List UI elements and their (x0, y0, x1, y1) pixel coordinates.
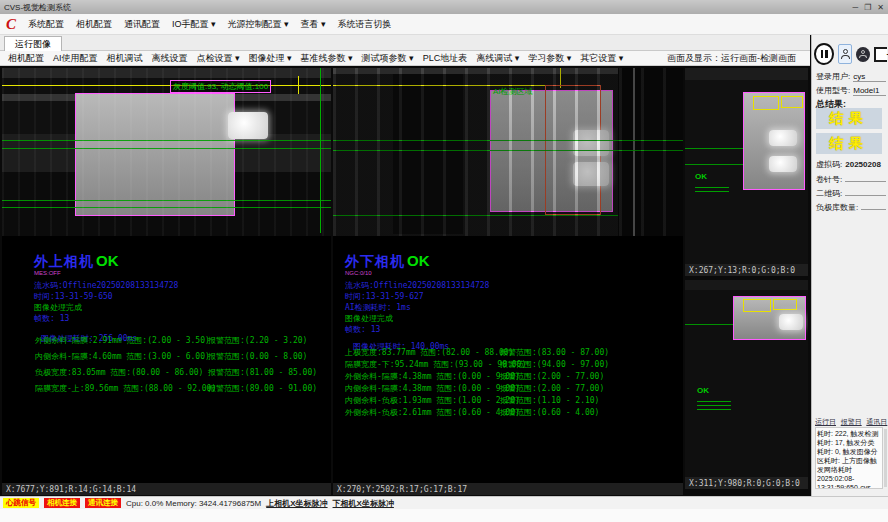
right-part-region (490, 90, 613, 212)
log-scrollbar[interactable] (884, 429, 887, 487)
comm-connection-badge: 通讯连接 (85, 498, 121, 508)
right-bright-blob (573, 162, 609, 186)
right-measure-row: 外侧余料-负极:2.61mm 范围:(0.60 - 4.00) (345, 407, 520, 418)
left-ok-badge: OK (96, 252, 119, 269)
small-camera-view-top[interactable]: OK (685, 68, 808, 264)
pause-button[interactable] (814, 43, 834, 65)
right-measure-row: 外侧余料-隔膜:4.38mm 范围:(0.00 - 9.00) (345, 371, 520, 382)
title-bar: CVS-视觉检测系统 ─ ❐ ✕ (0, 0, 888, 14)
left-measure-row: 内侧余料-隔膜:4.60mm 范围:(3.00 - 6.00) (35, 351, 210, 362)
right-alarm-range: 报警范围:(2.00 - 77.00) (500, 371, 604, 382)
qrcode-input[interactable] (845, 187, 886, 196)
left-alarm-range: 报警范围:(81.00 - 85.00) (208, 367, 317, 378)
left-camera-view[interactable]: 灰度阈值:93, 动态阈值:100 外上相机OK MES:OFF 流水码:Off… (2, 68, 331, 483)
right-alarm-range: 报警范围:(2.00 - 77.00) (500, 383, 604, 394)
left-process-done: 图像处理完成 (34, 302, 178, 313)
left-frame-count: 帧数: 13 (34, 313, 178, 324)
heartbeat-status-badge: 心跳信号 (3, 498, 39, 508)
toolbar: 相机配置 AI使用配置 相机调试 离线设置 点检设置 ▾ 图像处理 ▾ 基准线参… (0, 51, 810, 66)
virtual-code-label: 虚拟码: (816, 159, 842, 170)
operator-icon[interactable] (856, 47, 870, 62)
right-time: 时间:13-31-59-627 (345, 291, 489, 302)
app-window: CVS-视觉检测系统 ─ ❐ ✕ C 系统配置 相机配置 通讯配置 IO手配置 … (0, 0, 888, 522)
menu-io-config[interactable]: IO手配置 ▾ (172, 18, 216, 31)
left-time: 时间:13-31-59-650 (34, 291, 178, 302)
close-icon[interactable]: ✕ (877, 3, 884, 12)
left-threshold-annotation: 灰度阈值:93, 动态阈值:100 (170, 80, 271, 93)
log-textarea[interactable]: 耗时: 222, 触发检测耗时: 17, 触发分类耗时: 0, 触发图像分区耗时… (815, 427, 883, 489)
user-icon (843, 49, 848, 54)
tool-offline-debug[interactable]: 离线调试 ▾ (476, 52, 519, 65)
needle-label: 卷针号: (816, 174, 842, 185)
left-camera-image: 灰度阈值:93, 动态阈值:100 (2, 68, 331, 236)
left-barcode: 流水码:Offline20250208133134728 (34, 280, 178, 291)
small-bottom-coordinates: X:311;Y:980;R:0;G:0;B:0 (685, 477, 808, 489)
status-bar: 心跳信号 相机连接 通讯连接 Cpu: 0.0% Memory: 3424.41… (0, 496, 888, 509)
tool-plc-address[interactable]: PLC地址表 (423, 52, 468, 65)
menu-view[interactable]: 查看 ▾ (301, 18, 326, 31)
login-user-label: 登录用户: (816, 71, 850, 82)
app-logo-icon: C (6, 17, 16, 31)
small-camera-view-bottom[interactable]: OK (685, 280, 808, 477)
tool-offline-setting[interactable]: 离线设置 (152, 52, 188, 65)
tool-test-params[interactable]: 测试项参数 ▾ (362, 52, 414, 65)
result-box-2: 结果 (816, 133, 882, 154)
tool-image-process[interactable]: 图像处理 ▾ (249, 52, 292, 65)
right-ai-annotation: AI检测区域 (493, 86, 533, 97)
result-box-1: 结果 (816, 108, 882, 129)
tool-ai-config[interactable]: AI使用配置 (53, 52, 98, 65)
model-label: 使用型号: (816, 85, 850, 96)
virtual-code-value: 20250208 (845, 160, 881, 169)
user-login-button[interactable] (838, 44, 852, 64)
right-measure-row: 内侧余料-隔膜:4.38mm 范围:(0.00 - 9.00) (345, 383, 520, 394)
right-alarm-range: 报警范围:(1.10 - 2.10) (500, 395, 599, 406)
tool-baseline-params[interactable]: 基准线参数 ▾ (301, 52, 353, 65)
minimize-icon[interactable]: ─ (852, 3, 858, 12)
tool-camera-debug[interactable]: 相机调试 (107, 52, 143, 65)
tab-run-image[interactable]: 运行图像 (4, 36, 62, 51)
right-alarm-range: 报警范围:(83.00 - 87.00) (500, 347, 609, 358)
left-measure-row: 外侧余料-隔膜:2.91mm 范围:(2.00 - 3.50) (35, 335, 210, 346)
toolbar-display-mode[interactable]: 画面及显示：运行画面-检测画面 (667, 52, 796, 65)
right-barcode: 流水码:Offline20250208133134728 (345, 280, 489, 291)
menu-system-config[interactable]: 系统配置 (28, 18, 64, 31)
menu-language-switch[interactable]: 系统语言切换 (338, 18, 392, 31)
right-ok-badge: OK (407, 252, 430, 269)
anode-stock-label: 负极库数量: (816, 202, 858, 213)
camera-connection-badge: 相机连接 (44, 498, 80, 508)
exit-icon[interactable] (874, 47, 887, 62)
bottom-strip (0, 509, 888, 522)
tool-camera-config[interactable]: 相机配置 (8, 52, 44, 65)
menu-comm-config[interactable]: 通讯配置 (124, 18, 160, 31)
right-ai-region-box (545, 85, 601, 215)
left-alarm-range: 报警范围:(89.00 - 91.00) (208, 383, 317, 394)
window-title: CVS-视觉检测系统 (4, 2, 71, 13)
maximize-icon[interactable]: ❐ (864, 3, 871, 12)
lower-camera-pulse-link[interactable]: 下相机X坐标脉冲 (333, 498, 394, 509)
left-alarm-range: 报警范围:(2.20 - 3.20) (208, 335, 307, 346)
control-sidebar: 登录用户: cys 使用型号: Model1 总结果: 结果 结果 虚拟码: 2… (811, 35, 888, 496)
tool-learn-params[interactable]: 学习参数 ▾ (528, 52, 571, 65)
right-camera-image: AI检测区域 (333, 68, 683, 236)
left-part-region (75, 93, 235, 216)
left-pixel-coordinates: X:7677;Y:891;R:14;G:14;B:14 (2, 483, 331, 495)
needle-input[interactable] (845, 173, 886, 182)
right-camera-view[interactable]: AI检测区域 外下相机OK NGC:0/10 流水码:Offline202502… (333, 68, 683, 483)
login-user-value[interactable]: cys (853, 72, 886, 82)
tool-other-setting[interactable]: 其它设置 ▾ (580, 52, 623, 65)
small-top-coordinates: X:267;Y:13;R:0;G:0;B:0 (685, 264, 808, 276)
menu-camera-config[interactable]: 相机配置 (76, 18, 112, 31)
left-measure-row: 负极宽度:83.05mm 范围:(80.00 - 86.00) (35, 367, 203, 378)
tab-strip: 运行图像 (0, 35, 810, 51)
anode-stock-input[interactable] (861, 201, 886, 210)
menu-light-config[interactable]: 光源控制配置 ▾ (228, 18, 289, 31)
model-select[interactable]: Model1 (853, 86, 886, 96)
small-bottom-ok: OK (697, 386, 709, 395)
upper-camera-pulse-link[interactable]: 上相机X坐标脉冲 (266, 498, 327, 509)
right-frame-count: 帧数: 13 (345, 324, 489, 335)
menu-bar: C 系统配置 相机配置 通讯配置 IO手配置 ▾ 光源控制配置 ▾ 查看 ▾ 系… (0, 14, 888, 35)
tool-spotcheck-setting[interactable]: 点检设置 ▾ (197, 52, 240, 65)
left-connector-blob (228, 112, 268, 139)
right-measure-row: 内侧余料-负极:1.93mm 范围:(1.00 - 2.20) (345, 395, 520, 406)
right-ai-elapsed: AI检测耗时: 1ms (345, 302, 489, 313)
